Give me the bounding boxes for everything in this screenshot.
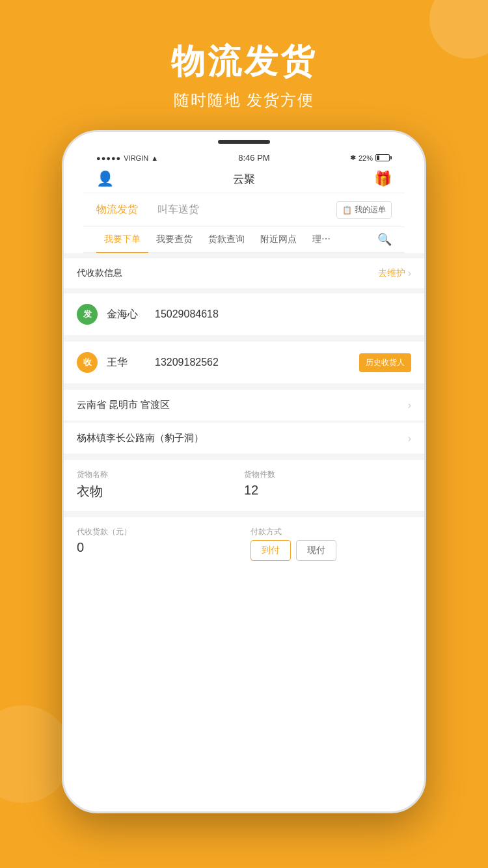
battery-fill (377, 156, 379, 160)
cod-action-button[interactable]: 去维护 › (378, 267, 411, 279)
carrier-name: VIRGIN (124, 154, 148, 162)
cod-amount-col: 代收货款（元） 0 (77, 526, 237, 555)
header-subtitle: 随时随地 发货方便 (171, 90, 317, 111)
search-icon[interactable]: 🔍 (372, 227, 392, 252)
main-tab-row: 物流发货 叫车送货 📋 我的运单 (83, 193, 405, 227)
chevron-right-address2: › (408, 433, 411, 444)
battery-percent: 22% (359, 154, 373, 162)
chevron-right-address1: › (408, 400, 411, 411)
signal-dots: ●●●●● (96, 154, 121, 162)
status-time: 8:46 PM (238, 153, 269, 163)
cod-amount-value[interactable]: 0 (77, 540, 237, 555)
payment-method-label: 付款方式 (251, 526, 411, 537)
sender-card: 发 金海心 15029084618 (64, 293, 424, 335)
my-waybill-button[interactable]: 📋 我的运单 (336, 201, 392, 219)
receiver-badge: 收 (77, 352, 98, 373)
phone-speaker (218, 140, 270, 144)
pay-on-delivery-button[interactable]: 到付 (251, 540, 291, 561)
cod-info-row: 代收款信息 去维护 › (77, 267, 411, 279)
wifi-icon: ▲ (151, 154, 158, 162)
user-icon[interactable]: 👤 (96, 170, 114, 187)
phone-frame: ●●●●● VIRGIN ▲ 8:46 PM ✱ 22% 👤 云聚 🎁 (62, 130, 426, 813)
goods-count-label: 货物件数 (244, 469, 411, 480)
status-left: ●●●●● VIRGIN ▲ (96, 154, 158, 162)
bg-decoration-circle2 (0, 705, 72, 803)
battery-tip (390, 156, 392, 159)
cod-amount-label: 代收货款（元） (77, 526, 237, 537)
subtab-query-goods[interactable]: 我要查货 (148, 227, 200, 252)
battery-indicator (375, 154, 392, 161)
history-receiver-button[interactable]: 历史收货人 (359, 353, 411, 372)
goods-grid: 货物名称 衣物 货物件数 12 (77, 469, 411, 500)
pay-cash-button[interactable]: 现付 (296, 540, 336, 561)
sub-tab-row: 我要下单 我要查货 货款查询 附近网点 理⋯ 🔍 (83, 227, 405, 253)
goods-name-col: 货物名称 衣物 (77, 469, 244, 500)
subtab-order[interactable]: 我要下单 (96, 227, 148, 253)
subtab-more[interactable]: 理⋯ (305, 227, 338, 252)
chevron-right-icon: › (408, 267, 411, 279)
receiver-phone: 13209182562 (155, 357, 219, 368)
goods-card: 货物名称 衣物 货物件数 12 (64, 460, 424, 511)
goods-name-label: 货物名称 (77, 469, 244, 480)
bg-decoration-circle1 (429, 0, 488, 59)
cod-info-card: 代收款信息 去维护 › (64, 258, 424, 288)
nav-title: 云聚 (233, 172, 255, 187)
goods-count-value[interactable]: 12 (244, 483, 411, 498)
cod-action-text: 去维护 (378, 267, 405, 279)
sender-phone: 15029084618 (155, 308, 219, 320)
payment-method-col: 付款方式 到付 现付 (251, 526, 411, 561)
header-title: 物流发货 (171, 39, 317, 85)
goods-count-col: 货物件数 12 (244, 469, 411, 500)
content-area: 代收款信息 去维护 › 发 金海心 15029084618 收 王华 13209… (64, 253, 424, 571)
payment-row: 代收货款（元） 0 付款方式 到付 现付 (77, 526, 411, 561)
address-province-text: 云南省 昆明市 官渡区 (77, 399, 170, 411)
address-detail-card[interactable]: 杨林镇李长公路南（豹子洞） › (64, 423, 424, 454)
address-detail-text: 杨林镇李长公路南（豹子洞） (77, 432, 204, 444)
waybill-icon: 📋 (342, 206, 352, 215)
goods-name-value[interactable]: 衣物 (77, 483, 244, 500)
waybill-label: 我的运单 (355, 204, 386, 215)
status-bar: ●●●●● VIRGIN ▲ 8:46 PM ✱ 22% (83, 150, 405, 165)
status-right: ✱ 22% (350, 154, 392, 162)
cod-info-label: 代收款信息 (77, 267, 122, 279)
header-area: 物流发货 随时随地 发货方便 (171, 0, 317, 130)
payment-card: 代收货款（元） 0 付款方式 到付 现付 (64, 517, 424, 571)
battery-body (375, 154, 390, 161)
payment-options: 到付 现付 (251, 540, 411, 561)
gift-icon[interactable]: 🎁 (374, 170, 392, 187)
address-province-card[interactable]: 云南省 昆明市 官渡区 › (64, 390, 424, 420)
sender-badge: 发 (77, 304, 98, 325)
bluetooth-icon: ✱ (350, 154, 356, 162)
subtab-nearby[interactable]: 附近网点 (252, 227, 305, 252)
receiver-card: 收 王华 13209182562 历史收货人 (64, 342, 424, 383)
sender-name: 金海心 (107, 308, 146, 321)
tab-delivery[interactable]: 叫车送货 (157, 203, 199, 217)
phone-top: ●●●●● VIRGIN ▲ 8:46 PM ✱ 22% 👤 云聚 🎁 (64, 132, 424, 253)
tab-logistics[interactable]: 物流发货 (96, 203, 138, 217)
receiver-name: 王华 (107, 356, 146, 370)
subtab-payment-query[interactable]: 货款查询 (200, 227, 252, 252)
nav-bar: 👤 云聚 🎁 (83, 165, 405, 193)
